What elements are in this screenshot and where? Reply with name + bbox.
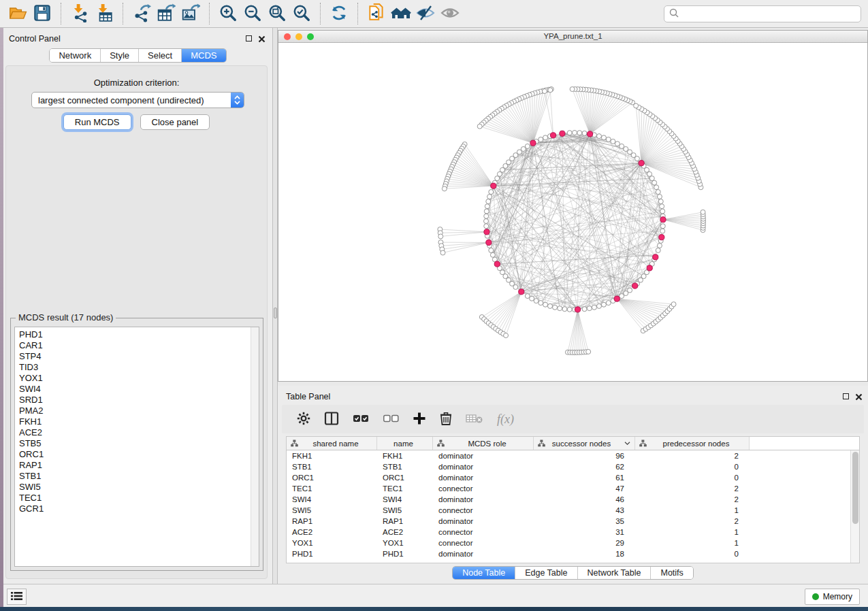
close-panel-icon[interactable]	[258, 35, 266, 42]
float-panel-icon[interactable]	[246, 35, 252, 42]
result-node-item[interactable]: TEC1	[15, 493, 259, 503]
delete-table-button[interactable]	[466, 413, 483, 426]
tab-select[interactable]: Select	[139, 49, 182, 62]
result-node-item[interactable]: STP4	[15, 351, 259, 362]
table-row[interactable]: SWI5SWI5connector431	[287, 505, 859, 516]
tab-network-table[interactable]: Network Table	[578, 567, 652, 579]
result-node-item[interactable]: SWI5	[15, 482, 259, 493]
result-node-item[interactable]: CAR1	[15, 340, 259, 351]
column-header-predecessor-nodes[interactable]: predecessor nodes	[635, 437, 750, 450]
tab-motifs[interactable]: Motifs	[651, 567, 692, 579]
zoom-selected-button[interactable]	[289, 1, 314, 26]
column-header-MCDS-role[interactable]: MCDS role	[433, 437, 534, 450]
table-row[interactable]: SWI4SWI4dominator462	[287, 494, 859, 505]
toolbar-separator	[123, 3, 123, 24]
save-session-button[interactable]	[30, 1, 54, 26]
main-toolbar	[0, 0, 868, 28]
hide-graphics-details-button[interactable]	[413, 1, 438, 26]
add-column-icon	[413, 412, 426, 427]
export-image-button[interactable]	[178, 1, 203, 26]
result-list-scrollbar[interactable]	[251, 327, 259, 566]
table-row[interactable]: PHD1PHD1dominator180	[287, 548, 859, 559]
column-header-shared-name[interactable]: shared name	[287, 437, 377, 450]
tab-node-table[interactable]: Node Table	[453, 567, 515, 579]
tab-style[interactable]: Style	[101, 49, 139, 62]
result-node-item[interactable]: PMA2	[15, 406, 259, 416]
application-window: Control Panel NetworkStyleSelectMCDS Opt…	[0, 0, 868, 611]
select-all-button[interactable]	[353, 414, 369, 425]
minimize-window-icon[interactable]	[295, 33, 302, 40]
close-table-panel-icon[interactable]	[855, 393, 863, 400]
result-node-item[interactable]: PHD1	[15, 329, 259, 340]
table-row[interactable]: YOX1YOX1connector291	[287, 538, 859, 548]
table-row[interactable]: ACE2ACE2connector311	[287, 527, 859, 538]
delete-column-button[interactable]	[440, 412, 452, 427]
zoom-out-button[interactable]	[240, 1, 265, 26]
split-panel-icon	[324, 412, 339, 427]
splitter-grip-icon[interactable]	[274, 308, 277, 318]
mcds-result-list[interactable]: PHD1CAR1STP4TID3YOX1SWI4SRD1PMA2FKH1ACE2…	[14, 327, 259, 567]
table-row[interactable]: FKH1FKH1dominator962	[287, 450, 859, 461]
task-history-button[interactable]	[7, 589, 27, 605]
result-node-item[interactable]: STB1	[15, 471, 259, 482]
result-node-item[interactable]: RAP1	[15, 460, 259, 471]
network-graph[interactable]	[278, 44, 867, 381]
float-table-panel-icon[interactable]	[843, 393, 849, 399]
memory-status-icon	[812, 593, 819, 600]
optimization-criterion-label: Optimization criterion:	[6, 78, 267, 88]
import-network-button[interactable]	[67, 1, 92, 26]
vertical-splitter[interactable]	[272, 28, 278, 584]
network-home-button[interactable]	[389, 1, 413, 26]
export-table-button[interactable]	[154, 1, 178, 26]
result-node-item[interactable]: TID3	[15, 362, 259, 373]
table-scrollbar[interactable]	[850, 450, 859, 563]
show-graphics-details-button[interactable]	[438, 1, 462, 26]
maximize-window-icon[interactable]	[307, 33, 314, 40]
table-row[interactable]: RAP1RAP1dominator352	[287, 516, 859, 527]
export-network-button[interactable]	[129, 1, 154, 26]
column-header-successor-nodes[interactable]: successor nodes	[534, 437, 635, 450]
global-search-box[interactable]	[664, 5, 861, 22]
deselect-all-button[interactable]	[383, 414, 399, 425]
add-column-button[interactable]	[413, 412, 426, 427]
settings-gear-button[interactable]	[297, 412, 310, 427]
open-file-button[interactable]	[5, 1, 30, 26]
search-input[interactable]	[682, 10, 861, 19]
result-node-item[interactable]: STB5	[15, 438, 259, 449]
memory-button[interactable]: Memory	[805, 589, 860, 605]
search-icon	[669, 8, 679, 20]
share-document-button[interactable]	[364, 1, 389, 26]
result-node-item[interactable]: ACE2	[15, 427, 259, 438]
import-table-button[interactable]	[92, 1, 116, 26]
refresh-layout-button[interactable]	[327, 1, 351, 26]
tab-mcds[interactable]: MCDS	[182, 49, 225, 62]
column-header-name[interactable]: name	[377, 437, 433, 450]
table-row[interactable]: ORC1ORC1dominator610	[287, 472, 859, 483]
result-node-item[interactable]: SWI4	[15, 384, 259, 395]
column-header-filler	[750, 437, 859, 450]
close-panel-button[interactable]: Close panel	[140, 114, 210, 130]
tab-network[interactable]: Network	[50, 49, 101, 62]
table-row[interactable]: STB1STB1dominator620	[287, 461, 859, 472]
result-node-item[interactable]: GCR1	[15, 503, 259, 514]
result-node-item[interactable]: FKH1	[15, 416, 259, 427]
network-window-titlebar[interactable]: YPA_prune.txt_1	[278, 31, 867, 43]
run-mcds-button[interactable]: Run MCDS	[63, 114, 131, 130]
optimization-criterion-select[interactable]: largest connected component (undirected)	[31, 92, 244, 108]
split-panel-button[interactable]	[324, 412, 339, 427]
result-node-item[interactable]: YOX1	[15, 373, 259, 384]
result-node-item[interactable]: ORC1	[15, 449, 259, 460]
close-window-icon[interactable]	[284, 33, 291, 40]
result-node-item[interactable]: SRD1	[15, 395, 259, 406]
zoom-fit-button[interactable]	[265, 1, 289, 26]
export-table-icon	[157, 3, 176, 24]
table-row[interactable]: TEC1TEC1connector472	[287, 483, 859, 494]
table-scrollbar-thumb[interactable]	[852, 452, 858, 524]
tab-edge-table[interactable]: Edge Table	[515, 567, 577, 579]
export-image-icon	[181, 3, 200, 24]
function-builder-button[interactable]: f(x)	[497, 412, 514, 427]
zoom-in-button[interactable]	[216, 1, 240, 26]
zoom-fit-icon	[268, 3, 287, 24]
cell-predecessor-nodes: 1	[635, 505, 750, 516]
network-canvas[interactable]	[278, 44, 867, 381]
